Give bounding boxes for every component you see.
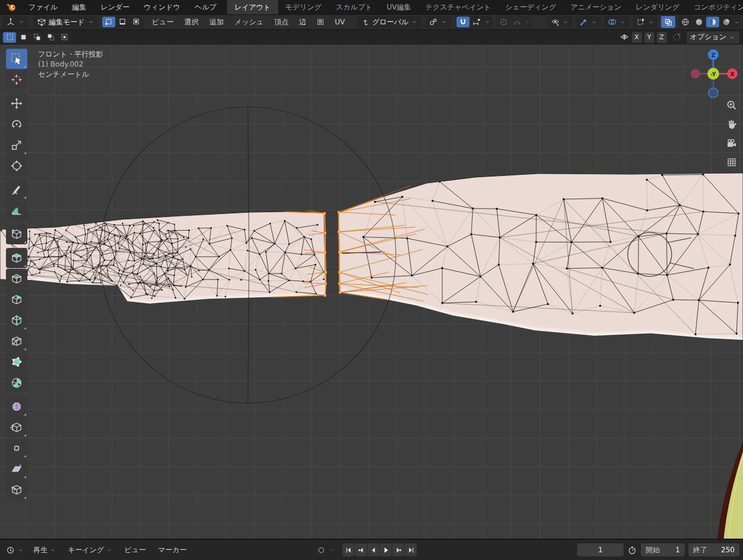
shading-chevron-icon[interactable] (733, 19, 740, 26)
header-menu-3[interactable]: メッシュ (229, 15, 269, 29)
workspace-tab-3[interactable]: UV編集 (379, 0, 418, 14)
workspace-tab-7[interactable]: レンダリング (628, 0, 687, 14)
play-button[interactable] (380, 543, 392, 556)
topbar-menu-0[interactable]: ファイル (21, 0, 65, 14)
tool-knife[interactable] (6, 331, 27, 351)
tool-shrink-fatten[interactable] (6, 438, 27, 458)
editor-type-button[interactable] (2, 16, 29, 28)
object-visibility-dropdown[interactable] (547, 16, 572, 28)
tool-box-select[interactable] (6, 49, 27, 69)
workspace-tab-1[interactable]: モデリング (278, 0, 329, 14)
current-frame-field[interactable]: 1 (577, 543, 624, 556)
tool-add-cube[interactable] (6, 224, 27, 244)
viewport-3d[interactable]: フロント・平行投影 (1) Body.002 センチメートル Z X -Y (0, 44, 743, 540)
autokey-chevron-icon[interactable] (328, 547, 335, 553)
proportional-edit-toggle[interactable] (497, 17, 510, 27)
workspace-tab-4[interactable]: テクスチャペイント (418, 0, 498, 14)
snap-target-dropdown[interactable] (470, 17, 483, 27)
mirror-axis-z-button[interactable]: Z (657, 32, 667, 43)
tool-transform[interactable] (6, 156, 27, 176)
header-menu-6[interactable]: 面 (311, 15, 329, 29)
topbar-menu-2[interactable]: レンダー (93, 0, 137, 14)
header-menu-4[interactable]: 頂点 (269, 15, 294, 29)
blender-logo-icon[interactable] (0, 2, 21, 12)
tool-extrude-region[interactable] (6, 248, 27, 268)
tool-poly-build[interactable] (6, 352, 27, 372)
mode-dropdown[interactable]: 編集モード (33, 16, 98, 28)
mirror-axis-y-button[interactable]: Y (644, 32, 654, 43)
timeline-menu-3[interactable]: マーカー (152, 540, 193, 560)
vertex-select-mode-button[interactable] (102, 17, 115, 27)
select-op-subtract-button[interactable] (30, 32, 43, 43)
tool-bevel[interactable] (6, 290, 27, 310)
prev-keyframe-button[interactable] (355, 543, 367, 556)
mirror-axis-x-button[interactable]: X (632, 32, 642, 43)
timeline-menu-2[interactable]: ビュー (118, 540, 152, 560)
face-select-mode-button[interactable] (130, 17, 143, 27)
header-menu-2[interactable]: 追加 (204, 15, 229, 29)
shading-solid-button[interactable] (692, 17, 706, 27)
options-dropdown[interactable]: オプション (687, 32, 739, 43)
orthographic-grid-button[interactable] (724, 155, 739, 170)
navigation-gizmo[interactable]: Z X -Y (686, 46, 741, 101)
workspace-tab-0[interactable]: レイアウト (227, 0, 278, 14)
snap-toggle-button[interactable] (456, 17, 470, 27)
tool-smooth[interactable] (6, 397, 27, 417)
axis-negx-ball[interactable] (691, 69, 700, 78)
header-menu-1[interactable]: 選択 (179, 15, 204, 29)
tool-spin[interactable] (6, 373, 27, 393)
play-reverse-button[interactable] (367, 543, 379, 556)
timeline-menu-1[interactable]: キーイング (62, 540, 118, 560)
tool-move[interactable] (6, 93, 27, 114)
pan-button[interactable] (724, 117, 739, 132)
jump-end-button[interactable] (405, 543, 417, 556)
select-op-new-button[interactable] (3, 32, 16, 43)
zoom-button[interactable] (724, 97, 739, 113)
tool-edge-slide[interactable] (6, 417, 27, 438)
edge-select-mode-button[interactable] (116, 17, 129, 27)
shading-material-preview-button[interactable] (706, 17, 719, 27)
xray-toggle-button[interactable] (661, 16, 675, 28)
falloff-chevron-icon[interactable] (524, 18, 531, 26)
axis-negz-ball[interactable] (709, 88, 718, 97)
shading-wireframe-button[interactable] (679, 17, 692, 27)
show-gizmos-dropdown[interactable] (575, 16, 601, 28)
next-keyframe-button[interactable] (392, 543, 404, 556)
pivot-point-dropdown[interactable] (425, 16, 451, 28)
timeline-menu-0[interactable]: 再生 (27, 540, 62, 560)
workspace-tab-5[interactable]: シェーディング (498, 0, 563, 14)
show-overlays-dropdown[interactable] (604, 16, 629, 28)
xray-options-dropdown[interactable] (632, 16, 658, 28)
jump-start-button[interactable] (342, 543, 354, 556)
proportional-falloff-dropdown[interactable] (511, 17, 524, 27)
header-menu-7[interactable]: UV (329, 15, 350, 29)
tool-loop-cut[interactable] (6, 310, 27, 331)
topbar-menu-3[interactable]: ウィンドウ (137, 0, 187, 14)
snap-chevron-icon[interactable] (484, 18, 491, 26)
camera-view-button[interactable] (724, 136, 739, 151)
tool-measure[interactable] (6, 200, 27, 221)
tool-shear[interactable] (6, 459, 27, 479)
select-op-extend-button[interactable] (17, 32, 30, 43)
tool-scale[interactable] (6, 135, 27, 155)
header-menu-5[interactable]: 辺 (294, 15, 311, 29)
orientation-dropdown[interactable]: グローバル (357, 16, 421, 28)
tool-rotate[interactable] (6, 114, 27, 134)
tool-rip-region[interactable] (6, 480, 27, 500)
shading-rendered-button[interactable] (720, 17, 733, 27)
tool-annotate[interactable] (6, 180, 27, 200)
snap-base-icon[interactable] (672, 32, 682, 42)
timeline-editor-type-button[interactable] (2, 544, 27, 556)
topbar-menu-4[interactable]: ヘルプ (187, 0, 223, 14)
frame-start-field[interactable]: 開始 1 (641, 543, 685, 556)
tool-inset-faces[interactable] (6, 269, 27, 289)
select-op-invert-button[interactable] (44, 32, 57, 43)
workspace-tab-2[interactable]: スカルプト (329, 0, 379, 14)
frame-end-field[interactable]: 終了 250 (688, 543, 739, 556)
tool-cursor[interactable] (6, 70, 27, 90)
workspace-tab-6[interactable]: アニメーション (563, 0, 629, 14)
auto-keying-toggle[interactable] (314, 545, 328, 555)
select-op-intersect-button[interactable] (58, 32, 71, 43)
stopwatch-icon[interactable] (627, 545, 637, 555)
mirror-butterfly-icon[interactable] (619, 32, 629, 42)
